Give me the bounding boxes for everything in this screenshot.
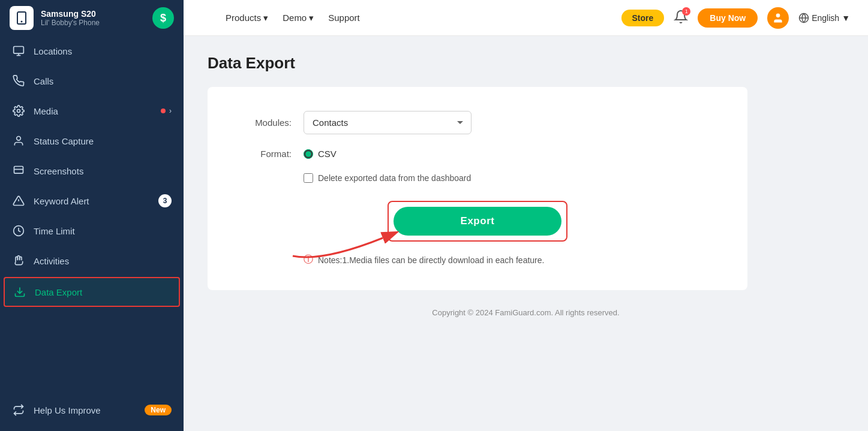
calls-label: Calls bbox=[34, 76, 172, 86]
sidebar: Locations Calls Media bbox=[0, 36, 184, 431]
export-button[interactable]: Export bbox=[394, 207, 561, 236]
sidebar-item-activities[interactable]: Activities bbox=[0, 246, 184, 276]
help-improve-new-badge: New bbox=[145, 405, 172, 415]
info-icon: ⓘ bbox=[304, 254, 313, 266]
svg-rect-5 bbox=[14, 47, 24, 54]
sidebar-item-media[interactable]: Media › bbox=[0, 96, 184, 126]
sidebar-item-status-capture[interactable]: Status Capture bbox=[0, 126, 184, 156]
buy-now-button[interactable]: Buy Now bbox=[698, 8, 758, 28]
sidebar-item-time-limit[interactable]: Time Limit bbox=[0, 216, 184, 246]
time-limit-label: Time Limit bbox=[34, 226, 172, 236]
format-options: CSV bbox=[304, 149, 337, 159]
notification-badge: 1 bbox=[682, 7, 690, 16]
device-info: Samsung S20 Lil' Bobby's Phone bbox=[41, 9, 145, 27]
language-selector[interactable]: English ▼ bbox=[798, 13, 850, 23]
keyword-alert-badge: 3 bbox=[158, 194, 172, 207]
status-capture-label: Status Capture bbox=[34, 136, 172, 146]
main-content: Data Export Modules: Contacts SMS Call L… bbox=[184, 36, 868, 431]
data-export-label: Data Export bbox=[35, 287, 170, 297]
sidebar-item-calls[interactable]: Calls bbox=[0, 66, 184, 96]
page-title: Data Export bbox=[208, 54, 844, 73]
modules-select[interactable]: Contacts SMS Call Logs bbox=[304, 111, 471, 134]
data-export-card: Modules: Contacts SMS Call Logs Format: … bbox=[208, 87, 747, 290]
sidebar-bottom: Help Us Improve New bbox=[0, 395, 184, 431]
csv-radio[interactable] bbox=[304, 149, 313, 159]
svg-point-2 bbox=[776, 13, 780, 17]
keyword-alert-icon bbox=[12, 194, 25, 207]
export-btn-wrap: Export bbox=[388, 201, 567, 242]
nav-demo[interactable]: Demo ▾ bbox=[283, 13, 314, 23]
store-button[interactable]: Store bbox=[621, 10, 665, 26]
lang-label: English bbox=[812, 13, 839, 23]
sidebar-item-data-export[interactable]: Data Export bbox=[4, 277, 180, 307]
sidebar-item-help-improve[interactable]: Help Us Improve New bbox=[0, 395, 184, 425]
calls-icon bbox=[12, 74, 25, 88]
notes-text: Notes:1.Media files can be directly down… bbox=[318, 255, 544, 265]
help-improve-icon bbox=[12, 403, 25, 417]
device-icon bbox=[10, 6, 34, 30]
activities-icon bbox=[12, 254, 25, 267]
notification-bell[interactable]: 1 bbox=[674, 10, 688, 26]
media-label: Media bbox=[34, 106, 152, 116]
keyword-alert-label: Keyword Alert bbox=[34, 196, 150, 206]
modules-row: Modules: Contacts SMS Call Logs bbox=[238, 111, 717, 134]
delete-checkbox-label: Delete exported data from the dashboard bbox=[318, 173, 471, 183]
format-row: Format: CSV bbox=[238, 149, 717, 159]
nav-products[interactable]: Products ▾ bbox=[226, 13, 268, 23]
time-limit-icon bbox=[12, 224, 25, 237]
media-red-dot bbox=[161, 108, 166, 113]
media-extras: › bbox=[161, 107, 172, 115]
nav-support[interactable]: Support bbox=[328, 13, 360, 23]
modules-label: Modules: bbox=[238, 117, 292, 128]
svg-point-9 bbox=[17, 137, 21, 141]
svg-point-8 bbox=[17, 110, 20, 113]
status-capture-icon bbox=[12, 134, 25, 147]
export-area: Export bbox=[238, 201, 717, 242]
dollar-button[interactable]: $ bbox=[152, 7, 174, 29]
sidebar-item-locations[interactable]: Locations bbox=[0, 36, 184, 66]
notes-row: ⓘ Notes:1.Media files can be directly do… bbox=[304, 254, 717, 266]
delete-checkbox-row: Delete exported data from the dashboard bbox=[304, 173, 717, 183]
media-chevron: › bbox=[169, 107, 172, 115]
copyright: Copyright © 2024 FamiGuard.com. All righ… bbox=[208, 308, 844, 317]
locations-icon bbox=[12, 44, 25, 58]
screenshots-label: Screenshots bbox=[34, 166, 172, 176]
help-improve-label: Help Us Improve bbox=[34, 405, 136, 415]
delete-checkbox[interactable] bbox=[304, 173, 313, 183]
screenshots-icon bbox=[12, 164, 25, 177]
sidebar-header: Samsung S20 Lil' Bobby's Phone $ bbox=[0, 0, 184, 36]
csv-label: CSV bbox=[318, 149, 337, 159]
sidebar-item-keyword-alert[interactable]: Keyword Alert 3 bbox=[0, 186, 184, 216]
lang-arrow: ▼ bbox=[842, 13, 850, 23]
data-export-icon bbox=[13, 285, 26, 299]
device-name: Samsung S20 bbox=[41, 9, 145, 19]
activities-label: Activities bbox=[34, 256, 172, 266]
device-sub: Lil' Bobby's Phone bbox=[41, 19, 145, 27]
user-avatar[interactable] bbox=[767, 7, 789, 29]
locations-label: Locations bbox=[34, 46, 172, 56]
nav-links: Products ▾ Demo ▾ Support bbox=[226, 13, 360, 23]
media-icon bbox=[12, 104, 25, 117]
format-label: Format: bbox=[238, 149, 292, 159]
sidebar-item-screenshots[interactable]: Screenshots bbox=[0, 156, 184, 186]
